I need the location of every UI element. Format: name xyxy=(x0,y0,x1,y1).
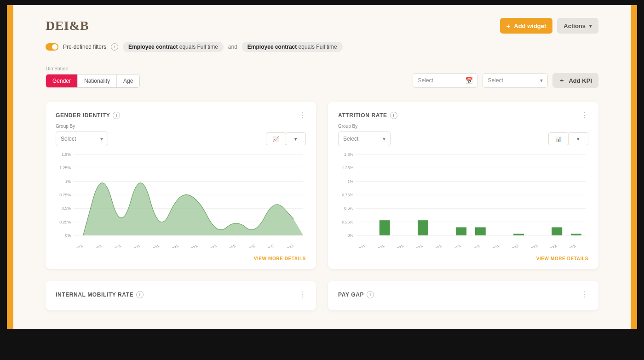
svg-text:0%: 0% xyxy=(65,233,71,238)
svg-rect-53 xyxy=(418,220,428,235)
header-actions: + Add widget Actions ▾ xyxy=(500,18,598,34)
chevron-down-icon: ▾ xyxy=(383,136,385,142)
svg-text:0.25%: 0.25% xyxy=(59,220,71,224)
card-title-text: ATTRITION RATE xyxy=(338,112,387,119)
right-controls: Select 📅 Select ▾ ＋ Add KPI xyxy=(413,73,598,88)
chevron-down-icon: ▾ xyxy=(589,23,592,29)
svg-text:0.75%: 0.75% xyxy=(342,193,353,197)
dimension-option-gender[interactable]: Gender xyxy=(46,74,77,87)
controls-row: Dimention Gender Nationality Age Select … xyxy=(46,66,598,88)
chevron-down-icon: ▾ xyxy=(294,136,297,142)
dimension-option-nationality[interactable]: Nationality xyxy=(77,74,116,87)
card-attrition-rate: ATTRITION RATE i ⋮ Group By Select ▾ xyxy=(328,102,598,269)
svg-text:May 2021: May 2021 xyxy=(67,243,84,248)
svg-rect-58 xyxy=(571,234,581,235)
chart-type-bar-button[interactable]: 📊 xyxy=(548,132,569,145)
chip-value: Full time xyxy=(316,44,337,50)
card-header: ATTRITION RATE i ⋮ xyxy=(338,112,588,119)
group-by-select[interactable]: Select ▾ xyxy=(338,131,391,146)
card-menu-button[interactable]: ⋮ xyxy=(581,291,588,298)
info-icon[interactable]: i xyxy=(113,112,120,119)
add-kpi-label: Add KPI xyxy=(569,77,592,84)
view-more-link[interactable]: VIEW MORE DETAILS xyxy=(254,256,306,261)
svg-text:0.25%: 0.25% xyxy=(342,220,353,224)
chip-field: Employee contract xyxy=(247,44,297,50)
page-header: DEI&B + Add widget Actions ▾ xyxy=(46,18,598,34)
card-gender-identity: GENDER IDENTITY i ⋮ Group By Select ▾ xyxy=(46,102,316,269)
add-kpi-button[interactable]: ＋ Add KPI xyxy=(552,73,598,88)
card-controls: Select ▾ 📊 ▾ xyxy=(338,131,588,146)
svg-text:Nov 2021: Nov 2021 xyxy=(464,243,481,248)
svg-text:1.25%: 1.25% xyxy=(342,166,353,170)
svg-text:Mar 2022: Mar 2022 xyxy=(541,243,558,248)
bar-chart-icon: 📊 xyxy=(555,136,562,142)
info-icon[interactable]: i xyxy=(390,112,397,119)
filter-chip[interactable]: Employee contract equals Full time xyxy=(123,42,224,52)
card-title: PAY GAP i xyxy=(338,291,374,298)
info-icon[interactable]: i xyxy=(111,43,118,51)
chevron-down-icon: ▾ xyxy=(540,77,543,84)
svg-text:1%: 1% xyxy=(347,179,353,184)
card-controls: Select ▾ 📈 ▾ xyxy=(56,131,306,146)
svg-text:Jan 2022: Jan 2022 xyxy=(221,243,237,248)
generic-select[interactable]: Select ▾ xyxy=(483,73,548,88)
svg-text:Jan 2022: Jan 2022 xyxy=(503,243,519,248)
gender-identity-chart: 0%0.25%0.5%0.75%1%1.25%1.5%May 2021Jun 2… xyxy=(56,152,306,248)
filter-bar: Pre-defined filters i Employee contract … xyxy=(46,42,598,52)
svg-text:Jun 2021: Jun 2021 xyxy=(369,243,385,248)
info-icon[interactable]: i xyxy=(136,291,144,298)
svg-text:Aug 2021: Aug 2021 xyxy=(124,243,141,248)
svg-text:Mar 2022: Mar 2022 xyxy=(259,243,275,248)
group-by-select[interactable]: Select ▾ xyxy=(56,131,108,146)
svg-text:0.5%: 0.5% xyxy=(62,206,71,211)
svg-text:Aug 2021: Aug 2021 xyxy=(407,243,423,248)
card-pay-gap: PAY GAP i ⋮ xyxy=(328,281,598,310)
chart-type-dropdown[interactable]: ▾ xyxy=(286,132,306,145)
filter-and: and xyxy=(228,44,237,50)
svg-text:Jun 2021: Jun 2021 xyxy=(86,243,103,248)
svg-text:Feb 2022: Feb 2022 xyxy=(522,243,538,248)
svg-text:Sep 2021: Sep 2021 xyxy=(144,243,160,248)
card-menu-button[interactable]: ⋮ xyxy=(581,112,588,119)
card-title-text: GENDER IDENTITY xyxy=(56,112,110,119)
card-menu-button[interactable]: ⋮ xyxy=(299,112,306,119)
chip-field: Employee contract xyxy=(128,44,178,50)
svg-text:Sep 2021: Sep 2021 xyxy=(426,243,443,248)
svg-text:Dec 2021: Dec 2021 xyxy=(483,243,500,248)
actions-label: Actions xyxy=(564,23,586,29)
dimension-option-age[interactable]: Age xyxy=(116,74,139,87)
chart-type-area-button[interactable]: 📈 xyxy=(266,132,286,145)
predefined-filters-label: Pre-defined filters xyxy=(63,44,106,50)
plus-icon: + xyxy=(506,23,511,29)
svg-text:1.5%: 1.5% xyxy=(62,152,71,157)
view-more-row: VIEW MORE DETAILS xyxy=(56,255,306,262)
svg-rect-57 xyxy=(552,227,562,235)
chart-type-dropdown[interactable]: ▾ xyxy=(568,132,588,145)
date-range-picker[interactable]: Select 📅 xyxy=(413,73,478,88)
area-chart-icon: 📈 xyxy=(273,136,279,142)
card-title: GENDER IDENTITY i xyxy=(56,112,120,119)
add-widget-button[interactable]: + Add widget xyxy=(500,18,553,34)
card-menu-button[interactable]: ⋮ xyxy=(299,291,306,298)
info-icon[interactable]: i xyxy=(367,291,374,298)
svg-text:0.75%: 0.75% xyxy=(59,193,71,197)
svg-text:Oct 2021: Oct 2021 xyxy=(163,243,179,248)
chart-type-picker: 📈 ▾ xyxy=(266,132,306,145)
svg-rect-56 xyxy=(513,234,524,235)
predefined-filters-toggle[interactable] xyxy=(46,43,58,51)
svg-text:Oct 2021: Oct 2021 xyxy=(446,243,462,248)
view-more-link[interactable]: VIEW MORE DETAILS xyxy=(536,256,588,261)
svg-text:Nov 2021: Nov 2021 xyxy=(182,243,198,248)
svg-text:0.5%: 0.5% xyxy=(344,206,353,211)
chevron-down-icon: ▾ xyxy=(100,136,103,142)
chip-value: Full time xyxy=(197,44,218,50)
add-widget-label: Add widget xyxy=(514,23,546,29)
select-placeholder: Select xyxy=(343,136,358,142)
plus-icon: ＋ xyxy=(559,76,565,85)
actions-button[interactable]: Actions ▾ xyxy=(557,18,598,34)
svg-text:Feb 2022: Feb 2022 xyxy=(239,243,256,248)
view-more-row: VIEW MORE DETAILS xyxy=(338,255,588,262)
svg-text:Apr 2022: Apr 2022 xyxy=(278,243,294,248)
filter-chip[interactable]: Employee contract equals Full time xyxy=(242,42,343,52)
svg-rect-54 xyxy=(456,227,466,235)
